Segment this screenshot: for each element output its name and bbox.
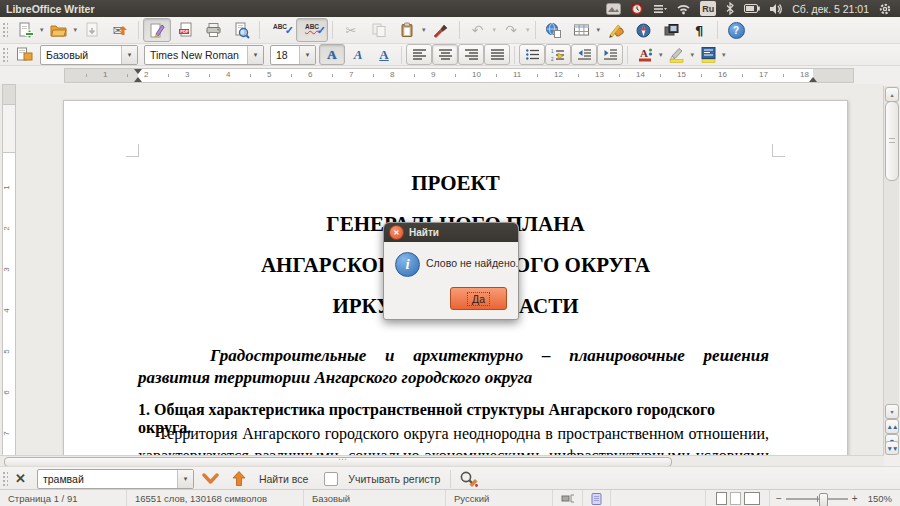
page-style-status[interactable]: Базовый: [304, 490, 446, 506]
first-line-indent-marker[interactable]: [134, 69, 142, 74]
left-indent-marker[interactable]: [134, 77, 142, 82]
increase-indent-button[interactable]: [597, 44, 623, 65]
toolbar-grip[interactable]: [2, 47, 8, 63]
find-all-button[interactable]: Найти все: [259, 473, 308, 485]
zoom-out-icon[interactable]: −: [776, 493, 782, 504]
language-status[interactable]: Русский: [446, 490, 553, 506]
redo-dropdown[interactable]: ▾: [526, 26, 530, 34]
zoom-slider-track[interactable]: [786, 498, 848, 500]
zoom-slider[interactable]: − +: [770, 493, 864, 504]
font-size-dropdown[interactable]: ▾: [299, 46, 315, 64]
toolbar-grip[interactable]: [2, 471, 8, 487]
highlight-color-button[interactable]: [664, 44, 690, 65]
save-button[interactable]: [78, 18, 106, 42]
bold-button[interactable]: A: [319, 44, 345, 65]
book-view-button[interactable]: [744, 492, 760, 505]
open-dropdown[interactable]: ▾: [74, 26, 78, 34]
session-gear-icon[interactable]: [878, 1, 892, 16]
right-indent-marker[interactable]: [809, 77, 817, 82]
insert-table-button[interactable]: [568, 18, 596, 42]
numbered-list-button[interactable]: 12: [545, 44, 571, 65]
align-justify-button[interactable]: [484, 44, 510, 65]
single-page-view-button[interactable]: [716, 492, 727, 505]
highlight-color-dropdown[interactable]: ▾: [691, 51, 695, 59]
find-dialog-titlebar[interactable]: ✕ Найти: [384, 223, 518, 242]
redo-button[interactable]: ↷: [497, 18, 525, 42]
previous-page-button[interactable]: ▲▲: [885, 419, 899, 434]
new-document-dropdown[interactable]: ▾: [40, 26, 44, 34]
navigator-button[interactable]: [629, 18, 657, 42]
font-name-combobox[interactable]: Times New Roman ▾: [144, 45, 264, 65]
close-find-bar-button[interactable]: ✕: [15, 471, 26, 486]
volume-icon[interactable]: [769, 1, 783, 16]
wifi-icon[interactable]: [676, 1, 691, 16]
next-page-button[interactable]: ▼▼: [885, 441, 899, 455]
underline-button[interactable]: A: [371, 44, 397, 65]
new-document-button[interactable]: [11, 18, 39, 42]
paragraph-background-dropdown[interactable]: ▾: [722, 51, 726, 59]
align-left-button[interactable]: [406, 44, 432, 65]
italic-button[interactable]: A: [345, 44, 371, 65]
edit-mode-button[interactable]: [143, 18, 171, 42]
document-modified-status[interactable]: [583, 490, 611, 506]
find-replace-button[interactable]: [601, 18, 629, 42]
print-button[interactable]: [199, 18, 227, 42]
spelling-button[interactable]: ABC✓: [264, 18, 296, 42]
font-name-dropdown[interactable]: ▾: [247, 46, 263, 64]
panel-clock[interactable]: Сб. дек. 5 21:01: [792, 1, 869, 16]
battery-icon[interactable]: [744, 1, 760, 16]
styles-panel-button[interactable]: [11, 44, 37, 65]
font-color-button[interactable]: A: [632, 44, 658, 65]
horizontal-ruler-scale[interactable]: 123456789101112131415161718: [64, 68, 854, 83]
multi-page-view-button[interactable]: [730, 492, 741, 505]
cut-button[interactable]: ✂: [337, 18, 365, 42]
bullet-list-button[interactable]: [519, 44, 545, 65]
screenshot-indicator-icon[interactable]: [606, 1, 621, 16]
find-and-replace-button[interactable]: [455, 468, 483, 490]
hyperlink-button[interactable]: [540, 18, 568, 42]
export-pdf-button[interactable]: PDF: [171, 18, 199, 42]
undo-dropdown[interactable]: ▾: [493, 26, 497, 34]
find-previous-button[interactable]: [225, 468, 253, 490]
match-case-checkbox[interactable]: [324, 472, 338, 486]
search-history-dropdown[interactable]: ▾: [177, 470, 193, 488]
selection-mode-status[interactable]: [553, 490, 583, 506]
word-count-status[interactable]: 16551 слов, 130168 символов: [127, 490, 304, 506]
zoom-level-status[interactable]: 150%: [864, 493, 900, 504]
email-document-button[interactable]: ✉: [106, 18, 134, 42]
search-input[interactable]: трамвай ▾: [37, 469, 194, 489]
paste-button[interactable]: [393, 18, 421, 42]
font-color-dropdown[interactable]: ▾: [659, 51, 663, 59]
help-button[interactable]: ?: [722, 18, 750, 42]
align-right-button[interactable]: [458, 44, 484, 65]
copy-button[interactable]: [365, 18, 393, 42]
print-preview-button[interactable]: [227, 18, 255, 42]
page-number-status[interactable]: Страница 1 / 91: [0, 490, 127, 506]
dialog-close-button[interactable]: ✕: [389, 225, 404, 240]
vertical-scrollbar[interactable]: ▴ ▾ ▲▲ ▼▼: [883, 86, 899, 455]
scroll-down-button[interactable]: ▾: [885, 404, 899, 419]
find-next-button[interactable]: [197, 468, 225, 490]
align-center-button[interactable]: [432, 44, 458, 65]
paragraph-style-combobox[interactable]: Базовый ▾: [40, 45, 138, 65]
clone-formatting-button[interactable]: [427, 18, 455, 42]
bluetooth-icon[interactable]: [725, 1, 735, 16]
scroll-up-button[interactable]: ▴: [885, 87, 899, 102]
messaging-menu-icon[interactable]: [653, 1, 667, 16]
insert-table-dropdown[interactable]: ▾: [597, 26, 601, 34]
formatting-marks-button[interactable]: ¶: [685, 18, 713, 42]
zoom-slider-handle[interactable]: [819, 493, 828, 506]
paragraph-style-dropdown[interactable]: ▾: [121, 46, 137, 64]
dialog-ok-button[interactable]: Да: [450, 287, 507, 310]
paragraph-background-button[interactable]: [695, 44, 721, 65]
font-size-combobox[interactable]: 18 ▾: [270, 45, 316, 65]
open-button[interactable]: [45, 18, 73, 42]
alarm-clock-icon[interactable]: [630, 1, 644, 16]
decrease-indent-button[interactable]: [571, 44, 597, 65]
toolbar-grip[interactable]: [2, 22, 8, 38]
auto-spellcheck-button[interactable]: ABC✓: [296, 18, 328, 42]
undo-button[interactable]: ↶: [464, 18, 492, 42]
keyboard-layout-indicator[interactable]: Ru: [700, 1, 716, 16]
vertical-ruler[interactable]: 12345678: [2, 84, 16, 455]
gallery-button[interactable]: [657, 18, 685, 42]
